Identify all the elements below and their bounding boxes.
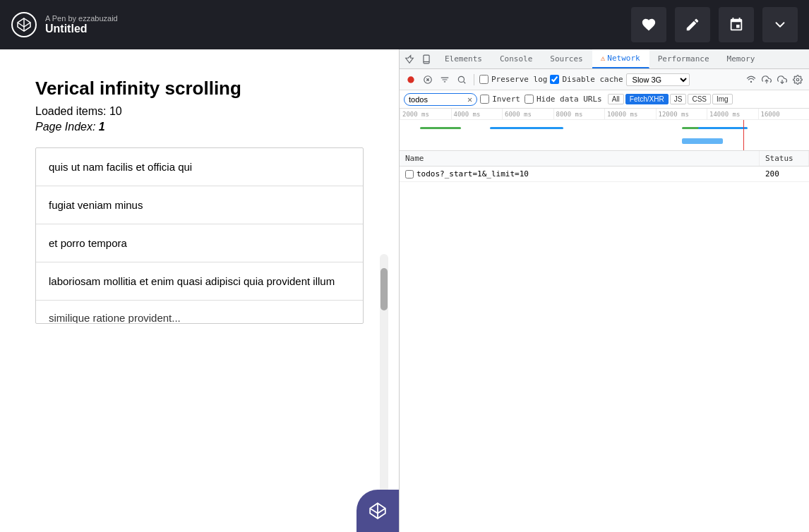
download-icon[interactable] xyxy=(775,73,789,87)
filter-input-wrap: ✕ xyxy=(404,93,477,106)
scroll-thumb[interactable] xyxy=(380,268,388,310)
tl-label-6: 12000 ms xyxy=(656,109,707,119)
items-list: quis ut nam facilis et officia qui fugia… xyxy=(35,147,364,324)
tl-label-8: 16000 xyxy=(758,109,810,119)
timeline-bars xyxy=(400,120,809,150)
wifi-icon[interactable] xyxy=(744,73,758,87)
th-status: Status xyxy=(760,151,809,166)
hide-data-urls-label[interactable]: Hide data URLs xyxy=(525,95,602,104)
invert-label[interactable]: Invert xyxy=(480,95,520,104)
disable-cache-label[interactable]: Disable cache xyxy=(550,75,623,84)
svg-point-16 xyxy=(750,81,751,82)
tab-elements[interactable]: Elements xyxy=(436,49,491,68)
td-name: todos?_start=1&_limit=10 xyxy=(400,169,760,179)
filter-icon[interactable] xyxy=(438,73,452,87)
td-status: 200 xyxy=(760,169,809,179)
codepen-watermark xyxy=(356,490,399,532)
upload-icon[interactable] xyxy=(760,73,774,87)
tab-sources[interactable]: Sources xyxy=(541,49,592,68)
table-row[interactable]: todos?_start=1&_limit=10 200 xyxy=(400,167,809,182)
tl-vline xyxy=(743,120,744,150)
main-area: Verical infinity scrolling Loaded items:… xyxy=(0,49,809,532)
tab-console[interactable]: Console xyxy=(491,49,541,68)
page-heading: Verical infinity scrolling xyxy=(35,78,364,99)
record-button[interactable] xyxy=(404,73,418,87)
devtools-toolbar: Preserve log Disable cache Slow 3G No th… xyxy=(400,69,809,90)
filter-checkbox-group: Invert Hide data URLs xyxy=(480,95,601,104)
loaded-items-text: Loaded items: 10 xyxy=(35,105,364,118)
timeline-labels: 2000 ms 4000 ms 6000 ms 8000 ms 10000 ms… xyxy=(400,109,809,120)
tab-performance[interactable]: Performance xyxy=(649,49,719,68)
page-index-label: Page Index: xyxy=(35,121,95,133)
filter-xhr-button[interactable]: Fetch/XHR xyxy=(625,94,669,104)
devtools-timeline: 2000 ms 4000 ms 6000 ms 8000 ms 10000 ms… xyxy=(400,109,809,151)
network-table-body: todos?_start=1&_limit=10 200 xyxy=(400,167,809,532)
pen-info: A Pen by ezzabuzaid Untitled xyxy=(45,14,623,35)
filter-all-button[interactable]: All xyxy=(608,94,624,104)
svg-line-6 xyxy=(378,508,385,513)
search-icon[interactable] xyxy=(455,73,469,87)
pen-title: Untitled xyxy=(45,23,623,35)
tl-bar-green-1 xyxy=(420,127,461,129)
filter-css-button[interactable]: CSS xyxy=(688,94,711,104)
svg-line-5 xyxy=(370,508,378,513)
invert-checkbox[interactable] xyxy=(480,95,489,104)
preserve-log-checkbox[interactable] xyxy=(479,75,489,84)
throttle-select[interactable]: Slow 3G No throttling Fast 3G Offline xyxy=(626,73,690,86)
pen-author: A Pen by ezzabuzaid xyxy=(45,14,623,23)
devtools-pane: Elements Console Sources ⚠Network Perfor… xyxy=(399,49,809,532)
th-name: Name xyxy=(400,151,760,166)
tl-label-7: 14000 ms xyxy=(707,109,758,119)
svg-line-2 xyxy=(24,23,30,27)
list-item: laboriosam mollitia et enim quasi adipis… xyxy=(36,262,363,301)
content-pane: Verical infinity scrolling Loaded items:… xyxy=(0,49,399,532)
edit-button[interactable] xyxy=(675,7,710,42)
tl-label-2: 4000 ms xyxy=(451,109,503,119)
svg-rect-8 xyxy=(424,55,429,64)
svg-point-19 xyxy=(796,78,799,81)
filter-clear-button[interactable]: ✕ xyxy=(467,95,472,104)
tl-label-3: 6000 ms xyxy=(502,109,553,119)
disable-cache-checkbox[interactable] xyxy=(550,75,559,84)
list-item-partial: similique ratione provident... xyxy=(36,301,363,323)
preserve-log-label[interactable]: Preserve log xyxy=(479,75,547,84)
page-index-text: Page Index: 1 xyxy=(35,121,364,133)
request-name: todos?_start=1&_limit=10 xyxy=(417,169,529,179)
row-checkbox[interactable] xyxy=(405,170,414,179)
heart-button[interactable] xyxy=(631,7,666,42)
list-item: fugiat veniam minus xyxy=(36,186,363,224)
tl-label-5: 10000 ms xyxy=(604,109,656,119)
tab-network[interactable]: ⚠Network xyxy=(592,49,649,68)
list-item: quis ut nam facilis et officia qui xyxy=(36,148,363,186)
tl-bar-blue-2 xyxy=(698,127,748,129)
codepen-bar: A Pen by ezzabuzaid Untitled xyxy=(0,0,809,49)
list-item: et porro tempora xyxy=(36,224,363,262)
separator xyxy=(474,74,474,85)
page-index-value: 1 xyxy=(99,121,105,133)
devtools-filter-bar: ✕ Invert Hide data URLs All Fetch/XHR JS… xyxy=(400,90,809,109)
network-table-header: Name Status xyxy=(400,151,809,167)
settings-icon[interactable] xyxy=(791,73,805,87)
filter-input[interactable] xyxy=(409,95,465,104)
hide-data-urls-checkbox[interactable] xyxy=(525,95,534,104)
dt-icon-group xyxy=(744,73,805,87)
pin-button[interactable] xyxy=(719,7,754,42)
filter-img-button[interactable]: Img xyxy=(712,94,733,104)
svg-line-15 xyxy=(464,81,466,83)
tl-label-4: 8000 ms xyxy=(553,109,605,119)
devtools-tabs: Elements Console Sources ⚠Network Perfor… xyxy=(400,49,809,69)
tl-row-bar xyxy=(682,138,723,144)
more-button[interactable] xyxy=(762,7,798,42)
device-icon[interactable] xyxy=(419,52,433,66)
tab-memory[interactable]: Memory xyxy=(719,49,765,68)
clear-button[interactable] xyxy=(421,73,435,87)
svg-point-14 xyxy=(458,76,464,82)
inspect-icon[interactable] xyxy=(402,52,417,66)
devtools-tab-icon-group xyxy=(400,49,436,68)
svg-line-1 xyxy=(18,23,24,27)
codepen-logo xyxy=(11,12,37,37)
svg-point-10 xyxy=(407,76,414,83)
tl-label-1: 2000 ms xyxy=(400,109,451,119)
filter-js-button[interactable]: JS xyxy=(670,94,687,104)
tl-bar-blue-1 xyxy=(490,127,563,129)
